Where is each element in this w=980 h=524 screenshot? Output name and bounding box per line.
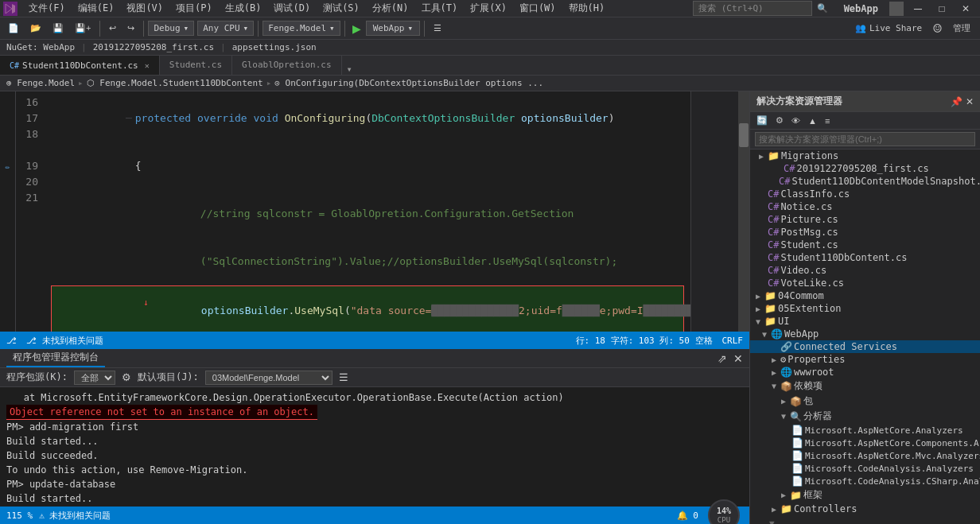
undo-btn[interactable]: ↩ <box>104 21 121 35</box>
tree-controllers[interactable]: ▶ 📁 Controllers <box>750 503 980 515</box>
menu-tools[interactable]: 工具(T) <box>415 0 465 17</box>
debug-config-dropdown[interactable]: Debug ▾ <box>148 21 194 36</box>
sol-tb-sync[interactable]: 🔄 <box>753 114 771 127</box>
feedback-btn[interactable]: ☺ <box>930 20 945 37</box>
sol-tb-props[interactable]: ⚙ <box>772 114 787 127</box>
tree-student-cs[interactable]: ▶ C# Student.cs <box>750 239 980 251</box>
tab-gloabl[interactable]: GloablOpretion.cs <box>232 56 342 75</box>
tree-dependencies[interactable]: ▼ 📦 依赖项 <box>750 378 980 394</box>
tree-classinfo-cs[interactable]: ▶ C# ClassInfo.cs <box>750 188 980 200</box>
tree-video-cs[interactable]: ▶ C# Video.cs <box>750 264 980 277</box>
tree-notice-cs[interactable]: ▶ C# Notice.cs <box>750 200 980 213</box>
cs-icon-votelike: C# <box>768 278 779 289</box>
model-dropdown[interactable]: Fenge.Model ▾ <box>262 21 340 36</box>
sol-tb-show-all[interactable]: 👁 <box>788 115 803 127</box>
tabs-arrow[interactable]: ▾ <box>342 64 357 75</box>
code-line-19: optionsBuilder.UseMySql("data source=███… <box>51 285 684 332</box>
tree-packages[interactable]: ▶ 📦 包 <box>750 394 980 409</box>
tree-analyzer4[interactable]: 📄 Microsoft.CodeAnalysis.Analyzers <box>750 462 980 475</box>
tree-properties[interactable]: ▶ ⚙ Properties <box>750 353 980 366</box>
tree-wwwroot[interactable]: ▶ 🌐 wwwroot <box>750 366 980 378</box>
menu-extensions[interactable]: 扩展(X) <box>464 0 513 17</box>
pkg-default-dropdown[interactable]: 03Model\Fenge.Model <box>205 371 332 385</box>
new-project-btn[interactable]: 📄 <box>3 21 24 35</box>
maximize-btn[interactable]: □ <box>931 0 953 17</box>
pkg-settings-btn[interactable]: ⚙ <box>122 371 131 383</box>
nuget-label: NuGet: WebApp <box>6 42 75 52</box>
menu-edit[interactable]: 编辑(E) <box>72 0 121 17</box>
pkg-source-dropdown[interactable]: 全部 <box>74 371 115 385</box>
code-editor[interactable]: ✏ 16 17 18 19 20 21 <box>0 91 749 332</box>
menu-project[interactable]: 项目(P) <box>169 0 219 17</box>
tree-analyzer1[interactable]: 📄 Microsoft.AspNetCore.Analyzers <box>750 424 980 437</box>
close-tab-icon[interactable]: ✕ <box>145 61 150 70</box>
sol-close-btn[interactable]: ✕ <box>966 96 974 107</box>
platform-dropdown[interactable]: Any CPU ▾ <box>197 21 254 36</box>
tree-ui[interactable]: ▼ 📁 UI <box>750 315 980 328</box>
nuget-file2[interactable]: appsettings.json <box>232 42 317 52</box>
save-all-btn[interactable]: 💾+ <box>70 21 95 35</box>
pkg-manager-tab[interactable]: 程序包管理器控制台 <box>6 349 105 367</box>
tree-connected-services[interactable]: ▶ 🔗 Connected Services <box>750 340 980 353</box>
breadcrumb-part3[interactable]: ⊙ OnConfiguring(DbContextOptionsBuilder … <box>274 78 543 88</box>
tree-webapp[interactable]: ▼ 🌐 WebApp <box>750 328 980 340</box>
cs-icon-picture: C# <box>768 214 779 225</box>
breadcrumb: ⊕ Fenge.Model ▸ ⬡ Fenge.Model.Student110… <box>0 76 980 91</box>
pkg-manager-content[interactable]: at Microsoft.EntityFrameworkCore.Design.… <box>0 387 749 507</box>
menu-debug[interactable]: 调试(D) <box>267 0 317 17</box>
sol-pin-btn[interactable]: 📌 <box>951 96 962 107</box>
code-line-18b: ("SqlConnectionString").Value;//optionsB… <box>51 238 684 285</box>
sol-tb-filter[interactable]: ≡ <box>822 115 833 127</box>
manage-btn[interactable]: 管理 <box>947 21 977 36</box>
tab-student110[interactable]: C# Student110DbContent.cs ✕ <box>0 56 160 75</box>
menu-analyze[interactable]: 分析(N) <box>366 0 415 17</box>
tree-analyzers[interactable]: ▼ 🔍 分析器 <box>750 409 980 424</box>
tree-migrations[interactable]: ▶ 📁 Migrations <box>750 149 980 162</box>
minimize-btn[interactable]: ─ <box>907 0 929 17</box>
tree-analyzer5[interactable]: 📄 Microsoft.CodeAnalysis.CSharp.Analy... <box>750 475 980 487</box>
live-share-btn[interactable]: 👥 Live Share <box>849 21 928 35</box>
tree-snapshot-cs[interactable]: ▶ C# Student110DbContentModelSnapshot.cs <box>750 175 980 188</box>
redo-btn[interactable]: ↪ <box>122 21 139 35</box>
menu-build[interactable]: 生成(B) <box>219 0 268 17</box>
cs-icon-classinfo: C# <box>768 188 779 200</box>
float-btn[interactable]: ⇗ <box>718 352 727 365</box>
sol-tb-collapse[interactable]: ▲ <box>805 115 820 127</box>
tree-arrow-deps: ▼ <box>769 382 779 390</box>
solution-search-input[interactable] <box>755 132 975 146</box>
menu-view[interactable]: 视图(V) <box>120 0 169 17</box>
pkg-extra-btn[interactable]: ☰ <box>339 371 348 383</box>
run-btn[interactable]: ▶ <box>349 21 364 37</box>
editor-scrollbar[interactable] <box>738 91 749 332</box>
tree-student110-cs[interactable]: ▶ C# Student110DbContent.cs <box>750 251 980 264</box>
tree-analyzer2[interactable]: 📄 Microsoft.AspNetCore.Components.A... <box>750 437 980 449</box>
tab-student[interactable]: Student.cs <box>160 56 232 75</box>
webapp-btn[interactable]: WebApp ▾ <box>366 21 420 36</box>
extra-btn[interactable]: ☰ <box>429 21 446 35</box>
menu-test[interactable]: 测试(S) <box>317 0 366 17</box>
tab-gloabl-label: GloablOpretion.cs <box>242 60 332 70</box>
tree-postmsg-cs[interactable]: ▶ C# PostMsg.cs <box>750 226 980 239</box>
menu-help[interactable]: 帮助(H) <box>562 0 612 17</box>
tree-05extention[interactable]: ▶ 📁 05Extention <box>750 302 980 315</box>
row-col: 行: 18 字符: 103 列: 50 空格 <box>576 335 713 347</box>
tree-first-cs[interactable]: ▶ C# 20191227095208_first.cs <box>750 162 980 175</box>
breadcrumb-part1[interactable]: ⊕ Fenge.Model <box>6 78 75 88</box>
search-box[interactable]: 搜索 (Ctrl+Q) <box>693 1 812 16</box>
close-btn[interactable]: ✕ <box>955 0 977 17</box>
bottom-panel-header: 程序包管理器控制台 ⇗ ✕ <box>0 349 749 368</box>
save-btn[interactable]: 💾 <box>48 21 68 35</box>
tree-04commom[interactable]: ▶ 📁 04Commom <box>750 289 980 302</box>
open-btn[interactable]: 📂 <box>25 21 46 35</box>
tab-student-label: Student.cs <box>169 60 222 70</box>
menu-window[interactable]: 窗口(W) <box>513 0 562 17</box>
code-lines[interactable]: ─protected override void OnConfiguring(D… <box>45 91 690 332</box>
tree-picture-cs[interactable]: ▶ C# Picture.cs <box>750 213 980 226</box>
breadcrumb-part2[interactable]: ⬡ Fenge.Model.Student110DbContent <box>87 78 263 88</box>
tree-analyzer3[interactable]: 📄 Microsoft.AspNetCore.Mvc.Analyzers <box>750 449 980 462</box>
close-panel-btn[interactable]: ✕ <box>733 352 743 365</box>
nuget-file1[interactable]: 20191227095208_first.cs <box>93 42 214 52</box>
menu-file[interactable]: 文件(F) <box>22 0 72 17</box>
tree-framework[interactable]: ▶ 📁 框架 <box>750 487 980 503</box>
tree-votelike-cs[interactable]: ▶ C# VoteLike.cs <box>750 277 980 289</box>
